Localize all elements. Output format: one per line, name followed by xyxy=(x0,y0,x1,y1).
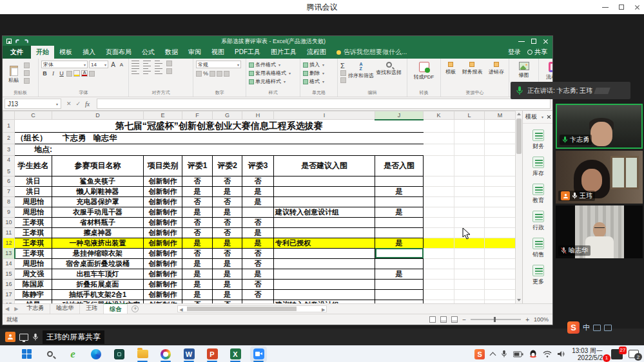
cell[interactable] xyxy=(424,258,454,269)
cell[interactable] xyxy=(454,258,485,269)
login-button[interactable]: 登录 xyxy=(508,48,521,57)
cell[interactable]: 是 xyxy=(213,258,242,269)
close-icon[interactable] xyxy=(634,5,640,10)
cell[interactable] xyxy=(454,132,485,144)
cell[interactable]: 创新制作 xyxy=(144,248,182,258)
tray-app-icon[interactable]: 27 xyxy=(611,349,623,359)
qq-icon[interactable] xyxy=(529,350,537,358)
tab-审阅[interactable]: 审阅 xyxy=(183,46,206,59)
normal-view-icon[interactable] xyxy=(429,316,436,323)
column-title-cell[interactable]: 学生姓名 xyxy=(15,155,52,176)
column-header[interactable]: I xyxy=(274,111,375,120)
cell[interactable]: 钱昊 xyxy=(15,300,52,303)
task-pane-close-icon[interactable] xyxy=(547,115,551,119)
paste-button[interactable]: 粘贴 xyxy=(5,61,22,89)
column-header[interactable]: K xyxy=(424,111,454,120)
copy-icon[interactable] xyxy=(24,70,30,76)
cell[interactable]: 否 xyxy=(182,176,213,186)
cell[interactable] xyxy=(485,207,516,217)
cell[interactable] xyxy=(375,279,424,289)
battery-icon[interactable] xyxy=(513,351,523,357)
360-app[interactable] xyxy=(111,347,128,362)
cell[interactable]: 是 xyxy=(242,238,274,248)
row-header[interactable]: 17 xyxy=(3,289,15,300)
row-header[interactable]: 1 xyxy=(3,120,15,133)
cell[interactable]: 创新制作 xyxy=(144,289,182,300)
cell[interactable]: 专利已授权 xyxy=(274,238,375,248)
phonetic-icon[interactable] xyxy=(89,71,95,77)
task-pane-item-库存[interactable]: 库存 xyxy=(532,157,544,178)
currency-icon[interactable] xyxy=(196,71,202,77)
cell[interactable]: 否 xyxy=(213,248,242,258)
wrap-text-icon[interactable] xyxy=(166,61,172,66)
row-header[interactable]: 16 xyxy=(3,279,15,289)
cell[interactable]: 是 xyxy=(182,258,213,269)
clear-icon[interactable] xyxy=(340,77,346,83)
cell[interactable]: 周文强 xyxy=(15,269,52,279)
zoom-out-icon[interactable]: − xyxy=(462,316,466,323)
row-header[interactable]: 11 xyxy=(3,227,15,238)
task-pane-item-更多[interactable]: 更多 xyxy=(532,265,544,286)
scroll-down-icon[interactable] xyxy=(517,299,521,301)
column-header[interactable]: H xyxy=(242,111,274,120)
cell[interactable] xyxy=(424,238,454,248)
percent-icon[interactable]: % xyxy=(203,70,208,77)
cell[interactable]: 创新制作 xyxy=(144,196,182,207)
row-header[interactable]: 14 xyxy=(3,258,15,269)
row-header[interactable]: 45 xyxy=(3,155,15,176)
cell[interactable] xyxy=(424,207,454,217)
font-size-select[interactable]: 14▾ xyxy=(89,61,108,68)
column-title-cell[interactable]: 是否入围 xyxy=(375,155,424,176)
maximize-icon[interactable] xyxy=(619,5,624,10)
cell[interactable]: 鲨鱼夹筷子 xyxy=(52,176,144,186)
merge-center-icon[interactable] xyxy=(166,68,172,74)
align-middle-icon[interactable] xyxy=(143,61,151,66)
row-header[interactable]: 15 xyxy=(3,269,15,279)
zoom-in-icon[interactable]: + xyxy=(525,316,529,323)
decimal-inc-icon[interactable] xyxy=(217,71,222,77)
excel[interactable]: X xyxy=(227,347,244,362)
save-icon[interactable] xyxy=(6,39,12,44)
cell[interactable]: 是 xyxy=(375,238,424,248)
cell[interactable] xyxy=(375,217,424,227)
sheet-nav-right-icon[interactable]: ▶ xyxy=(12,306,21,312)
cell[interactable]: 陈静宇 xyxy=(15,289,52,300)
cell[interactable] xyxy=(274,289,375,300)
tab-数据[interactable]: 数据 xyxy=(160,46,183,59)
cell[interactable] xyxy=(424,300,454,303)
add-sheet-icon[interactable]: + xyxy=(132,305,139,312)
cell[interactable]: 创新制作 xyxy=(144,279,182,289)
cell[interactable] xyxy=(424,289,454,300)
cell[interactable] xyxy=(454,207,485,217)
cell[interactable]: 否 xyxy=(213,196,242,207)
font-color-icon[interactable]: A xyxy=(81,70,88,77)
task-pane-item-销售[interactable]: 销售 xyxy=(532,238,544,259)
italic-button[interactable]: I xyxy=(50,70,57,77)
cell[interactable] xyxy=(454,144,485,155)
cell[interactable] xyxy=(485,155,516,176)
row-header[interactable]: 10 xyxy=(3,217,15,227)
fill-icon[interactable] xyxy=(340,70,346,76)
cell[interactable]: 第七届“冠盛杯”创新创意创业大赛信息工程系选拔赛 xyxy=(15,120,424,133)
column-header[interactable]: C xyxy=(15,111,52,120)
format-painter-icon[interactable] xyxy=(24,78,30,84)
row-header[interactable]: 9 xyxy=(3,207,15,217)
cell[interactable]: 王孝琪 xyxy=(15,248,52,258)
input-mode-label[interactable]: 中 xyxy=(583,323,590,332)
cell[interactable]: 是 xyxy=(375,269,424,279)
tab-模板[interactable]: 模板 xyxy=(54,46,77,59)
tab-插入[interactable]: 插入 xyxy=(77,46,101,59)
cell[interactable] xyxy=(274,176,375,186)
row-header[interactable]: 6 xyxy=(3,176,15,186)
cell[interactable] xyxy=(274,227,375,238)
minimize-icon[interactable] xyxy=(602,7,609,8)
cell[interactable]: 创新制作 xyxy=(144,238,182,248)
row-header[interactable]: 13 xyxy=(3,248,15,258)
underline-button[interactable]: U xyxy=(58,70,65,77)
cell[interactable]: 是 xyxy=(182,279,213,289)
sogou-tray-icon[interactable]: S xyxy=(474,349,485,359)
cell[interactable]: 是 xyxy=(242,186,274,196)
cell[interactable]: 是 xyxy=(182,186,213,196)
volume-icon[interactable] xyxy=(558,350,566,357)
page-break-icon[interactable] xyxy=(451,316,458,323)
